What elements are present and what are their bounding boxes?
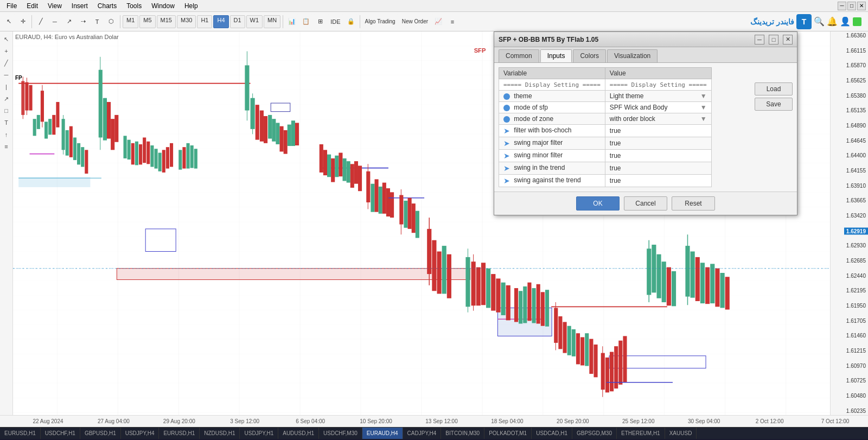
tf-mn[interactable]: MN [264,15,280,28]
tf-h4[interactable]: H4 [213,15,228,28]
load-button[interactable]: Load [755,82,793,95]
dialog-tab-colors[interactable]: Colors [573,49,606,62]
shapes-tool[interactable]: ⬡ [105,14,118,29]
menu-help[interactable]: Help [180,1,202,11]
algo-trading-btn[interactable]: Algo Trading [362,14,398,29]
tf-m5[interactable]: M5 [139,15,155,28]
user-icon[interactable]: 👤 [840,16,851,27]
cancel-button[interactable]: Cancel [624,196,667,211]
dialog-tab-visualization[interactable]: Visualization [607,49,658,62]
price-16: 1.62685 [833,258,866,264]
row-swing-in-trend[interactable]: ➤ swing in the trend true [499,162,712,175]
row-swing-in-trend-val[interactable]: true [605,162,711,175]
row-filter-bos-val[interactable]: true [605,125,711,137]
sym-tab-eurusd-h1[interactable]: EURUSD,H1 [0,428,41,439]
sym-tab-audusd-h1[interactable]: AUDUSD,H1 [278,428,319,439]
reset-button[interactable]: Reset [672,196,715,211]
ide-btn[interactable]: IDE [328,14,343,29]
hline-tool[interactable]: ─ [48,14,61,29]
row-mode-sfp-val[interactable]: SPF Wick and Body ▼ [605,102,711,113]
save-button[interactable]: Save [755,98,793,111]
maximize-button[interactable]: □ [847,2,856,10]
row-theme[interactable]: theme Light theme ▼ [499,91,712,102]
lt-hline[interactable]: ─ [1,69,12,80]
tf-w1[interactable]: W1 [246,15,263,28]
sym-tab-polkadot-m1[interactable]: POLKADOT,M1 [484,428,532,439]
line-tool[interactable]: ╱ [34,14,47,29]
chart-type-btn[interactable]: 📊 [285,14,298,29]
row-swing-minor[interactable]: ➤ swing minor filter true [499,150,712,162]
sym-tab-eurusd2-h1[interactable]: EURUSD,H1 [159,428,200,439]
row-filter-bos[interactable]: ➤ filter with bos-choch true [499,125,712,137]
minimize-button[interactable]: ─ [838,2,846,10]
sym-tab-gbpusd-h1[interactable]: GBPUSD,H1 [80,428,121,439]
sym-tab-gbpsgd-m30[interactable]: GBPSGD,M30 [572,428,617,439]
row-swing-against-trend[interactable]: ➤ swing against the trend true [499,175,712,187]
close-button[interactable]: ✕ [857,2,866,10]
time-axis: 22 Aug 2024 27 Aug 04:00 29 Aug 20:00 3 … [0,415,868,427]
tf-m15[interactable]: M15 [157,15,176,28]
menu-edit[interactable]: Edit [22,1,42,11]
row-mode-zone-val[interactable]: with order block ▼ [605,113,711,125]
menu-charts[interactable]: Charts [93,1,121,11]
sym-tab-usdjpy-h1[interactable]: USDJPY,H1 [240,428,278,439]
grid-btn[interactable]: ⊞ [314,14,327,29]
tf-d1[interactable]: D1 [230,15,245,28]
sym-tab-xauusd[interactable]: XAUUSD [665,428,697,439]
menu-tools[interactable]: Tools [122,1,146,11]
arrow-tool[interactable]: ⇢ [76,14,90,29]
sym-tab-ethereum-h1[interactable]: ETHEREUM,H1 [617,428,665,439]
row-display-setting[interactable]: ===== Display Setting ===== ===== Displa… [499,79,712,91]
tf-m1[interactable]: M1 [123,15,138,28]
dialog-maximize-button[interactable]: □ [769,35,778,44]
sym-tab-nzdusd-h1[interactable]: NZDUSD,H1 [200,428,240,439]
tf-h1[interactable]: H1 [197,15,212,28]
menu-file[interactable]: File [2,1,21,11]
tf-m30[interactable]: M30 [177,15,196,28]
lt-crosshair[interactable]: + [1,46,12,56]
dialog-close-button[interactable]: ✕ [783,35,793,44]
lt-vline[interactable]: | [1,81,12,92]
lock-btn[interactable]: 🔒 [344,14,358,29]
menu-view[interactable]: View [43,1,66,11]
lt-trend[interactable]: ↗ [1,93,12,104]
row-theme-val[interactable]: Light theme ▼ [605,91,711,102]
indicators-btn[interactable]: 📈 [432,14,445,29]
svg-rect-58 [139,144,142,164]
sym-tab-usdchf-h1[interactable]: USDCHF,H1 [41,428,80,439]
template-btn[interactable]: 📋 [299,14,312,29]
sym-tab-usdjpy-h4[interactable]: USDJPY,H4 [121,428,159,439]
row-mode-sfp[interactable]: mode of sfp SPF Wick and Body ▼ [499,102,712,113]
row-mode-zone[interactable]: mode of zone with order block ▼ [499,113,712,125]
sym-tab-cadjpy-h4[interactable]: CADJPY,H4 [403,428,442,439]
ok-button[interactable]: OK [576,196,620,211]
lt-arrow[interactable]: ↑ [1,129,12,140]
sym-tab-euraud-h4[interactable]: EURAUD,H4 [362,428,403,439]
row-swing-major[interactable]: ➤ swing major filter true [499,137,712,150]
dialog-tab-common[interactable]: Common [499,49,539,62]
row-swing-minor-val[interactable]: true [605,150,711,162]
lt-text[interactable]: T [1,117,12,128]
objects-btn[interactable]: ≡ [446,14,459,29]
crosshair-tool[interactable]: ✛ [16,14,29,29]
lt-cursor[interactable]: ↖ [1,34,12,44]
dialog-minimize-button[interactable]: ─ [755,35,764,44]
sym-tab-usdcad-h1[interactable]: USDCAD,H1 [532,428,572,439]
signal-icon[interactable] [853,17,861,26]
menu-window[interactable]: Window [147,1,179,11]
new-order-btn[interactable]: New Order [399,14,431,29]
dialog-tab-inputs[interactable]: Inputs [540,49,572,62]
row-swing-against-trend-val[interactable]: true [605,175,711,187]
menu-insert[interactable]: Insert [67,1,92,11]
lt-rect[interactable]: □ [1,105,12,116]
cursor-tool[interactable]: ↖ [2,14,15,29]
notification-icon[interactable]: 🔔 [827,16,838,27]
row-swing-major-val[interactable]: true [605,137,711,150]
sym-tab-bitcoin-m30[interactable]: BITCOIN,M30 [441,428,484,439]
search-icon[interactable]: 🔍 [814,16,825,27]
lt-line[interactable]: ╱ [1,58,12,68]
text-tool[interactable]: T [91,14,104,29]
lt-fib[interactable]: ≡ [1,141,12,152]
sym-tab-usdchf-m30[interactable]: USDCHF,M30 [319,428,362,439]
trend-tool[interactable]: ↗ [62,14,75,29]
